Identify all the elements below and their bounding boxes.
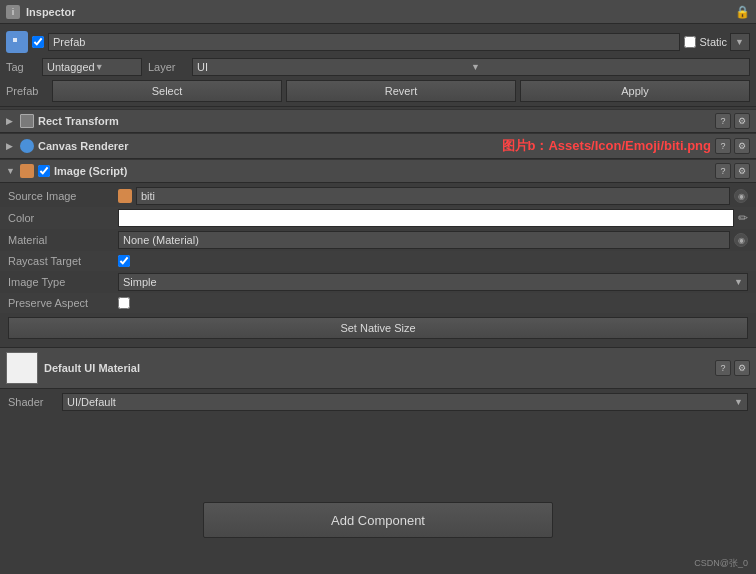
- add-component-button[interactable]: Add Component: [203, 502, 553, 538]
- svg-rect-1: [13, 38, 17, 42]
- image-type-label: Image Type: [8, 276, 118, 288]
- source-image-label: Source Image: [8, 190, 118, 202]
- canvas-renderer-header[interactable]: ▶ Canvas Renderer 图片b：Assets/Icon/Emoji/…: [0, 133, 756, 159]
- apply-button[interactable]: Apply: [520, 80, 750, 102]
- material-value: ◉: [118, 231, 748, 249]
- prefab-enabled-label[interactable]: [32, 36, 44, 48]
- canvas-renderer-help-btn[interactable]: ?: [715, 138, 731, 154]
- image-script-properties: Source Image ◉ Color ✏ Material ◉ R: [0, 183, 756, 345]
- static-checkbox[interactable]: [684, 36, 696, 48]
- material-label: Material: [8, 234, 118, 246]
- image-type-dropdown[interactable]: Simple ▼: [118, 273, 748, 291]
- static-dropdown[interactable]: ▼: [730, 33, 750, 51]
- canvas-renderer-name: Canvas Renderer: [38, 140, 494, 152]
- inspector-icon: i: [6, 5, 20, 19]
- canvas-renderer-expand-arrow: ▶: [6, 141, 16, 151]
- rect-transform-help-btn[interactable]: ?: [715, 113, 731, 129]
- material-name: Default UI Material: [44, 362, 709, 374]
- add-component-section: Add Component: [0, 496, 756, 544]
- color-picker[interactable]: [118, 209, 734, 227]
- shader-dropdown[interactable]: UI/Default ▼: [62, 393, 748, 411]
- native-size-row: Set Native Size: [0, 313, 756, 343]
- preserve-aspect-checkbox[interactable]: [118, 297, 130, 309]
- rect-transform-header-icons: ? ⚙: [715, 113, 750, 129]
- preserve-aspect-label: Preserve Aspect: [8, 297, 118, 309]
- shader-row: Shader UI/Default ▼: [0, 391, 756, 413]
- lock-icon[interactable]: 🔒: [735, 5, 750, 19]
- color-value: ✏: [118, 209, 748, 227]
- source-image-value: ◉: [118, 187, 748, 205]
- image-type-value: Simple ▼: [118, 273, 748, 291]
- default-ui-material-header: Default UI Material ? ⚙: [0, 348, 756, 389]
- material-settings-btn[interactable]: ⚙: [734, 360, 750, 376]
- image-type-row: Image Type Simple ▼: [0, 271, 756, 293]
- watermark: CSDN@张_0: [694, 557, 748, 570]
- revert-button[interactable]: Revert: [286, 80, 516, 102]
- set-native-size-button[interactable]: Set Native Size: [8, 317, 748, 339]
- static-row: Static ▼: [684, 33, 750, 51]
- prefab-enabled-checkbox[interactable]: [32, 36, 44, 48]
- layer-dropdown[interactable]: UI ▼: [192, 58, 750, 76]
- default-ui-material-section: Default UI Material ? ⚙ Shader UI/Defaul…: [0, 347, 756, 415]
- canvas-renderer-icon: [20, 139, 34, 153]
- source-image-dot-btn[interactable]: ◉: [734, 189, 748, 203]
- image-type-dropdown-arrow: ▼: [734, 277, 743, 287]
- rect-transform-name: Rect Transform: [38, 115, 711, 127]
- material-dot-btn[interactable]: ◉: [734, 233, 748, 247]
- divider-1: [0, 106, 756, 107]
- prefab-name-input[interactable]: [48, 33, 680, 51]
- inspector-title: Inspector: [26, 6, 76, 18]
- rect-transform-header[interactable]: ▶ Rect Transform ? ⚙: [0, 109, 756, 133]
- source-image-input[interactable]: [136, 187, 730, 205]
- image-script-expand-arrow: ▼: [6, 166, 16, 176]
- material-help-btn[interactable]: ?: [715, 360, 731, 376]
- tag-dropdown-arrow: ▼: [95, 62, 137, 72]
- tag-dropdown[interactable]: Untagged ▼: [42, 58, 142, 76]
- image-script-settings-btn[interactable]: ⚙: [734, 163, 750, 179]
- image-script-icon: [20, 164, 34, 178]
- layer-label: Layer: [148, 61, 186, 73]
- material-props: Shader UI/Default ▼: [0, 389, 756, 415]
- image-script-header-icons: ? ⚙: [715, 163, 750, 179]
- layer-dropdown-arrow: ▼: [471, 62, 745, 72]
- pencil-icon[interactable]: ✏: [738, 211, 748, 225]
- image-script-header[interactable]: ▼ Image (Script) ? ⚙: [0, 159, 756, 183]
- tag-label: Tag: [6, 61, 36, 73]
- inspector-content: Static ▼ Tag Untagged ▼ Layer UI ▼ Prefa…: [0, 24, 756, 419]
- canvas-renderer-settings-btn[interactable]: ⚙: [734, 138, 750, 154]
- shader-label: Shader: [8, 396, 58, 408]
- canvas-renderer-header-icons: ? ⚙: [715, 138, 750, 154]
- prefab-buttons-label: Prefab: [6, 85, 48, 97]
- tag-layer-row: Tag Untagged ▼ Layer UI ▼: [0, 56, 756, 78]
- color-label: Color: [8, 212, 118, 224]
- material-input[interactable]: [118, 231, 730, 249]
- preserve-aspect-value: [118, 297, 748, 309]
- rect-transform-expand-arrow: ▶: [6, 116, 16, 126]
- preserve-aspect-row: Preserve Aspect: [0, 293, 756, 313]
- static-label: Static: [699, 36, 727, 48]
- material-header-icons: ? ⚙: [715, 360, 750, 376]
- image-script-enabled-checkbox[interactable]: [38, 165, 50, 177]
- prefab-icon: [6, 31, 28, 53]
- material-row: Material ◉: [0, 229, 756, 251]
- canvas-renderer-annotation: 图片b：Assets/Icon/Emoji/biti.png: [502, 137, 711, 155]
- image-script-enabled-label[interactable]: [38, 165, 50, 177]
- prefab-buttons-row: Prefab Select Revert Apply: [0, 78, 756, 104]
- title-bar: i Inspector 🔒: [0, 0, 756, 24]
- raycast-target-checkbox[interactable]: [118, 255, 130, 267]
- raycast-target-value: [118, 255, 748, 267]
- select-button[interactable]: Select: [52, 80, 282, 102]
- color-row: Color ✏: [0, 207, 756, 229]
- rect-transform-settings-btn[interactable]: ⚙: [734, 113, 750, 129]
- rect-transform-icon: [20, 114, 34, 128]
- image-script-name: Image (Script): [54, 165, 711, 177]
- image-script-help-btn[interactable]: ?: [715, 163, 731, 179]
- shader-dropdown-arrow: ▼: [734, 397, 743, 407]
- raycast-target-label: Raycast Target: [8, 255, 118, 267]
- prefab-row: Static ▼: [0, 28, 756, 56]
- raycast-target-row: Raycast Target: [0, 251, 756, 271]
- material-preview: [6, 352, 38, 384]
- source-image-icon: [118, 189, 132, 203]
- source-image-row: Source Image ◉: [0, 185, 756, 207]
